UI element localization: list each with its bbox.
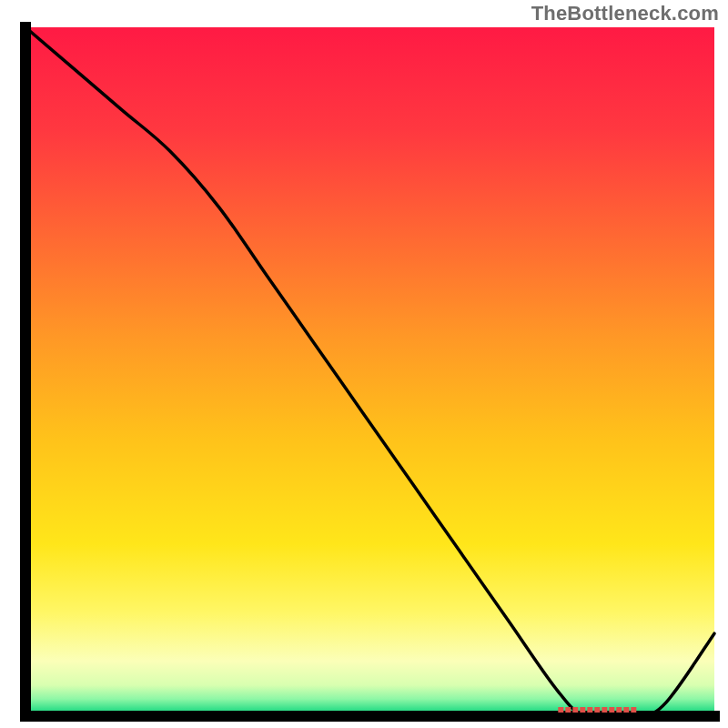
chart-stage: TheBottleneck.com [0, 0, 728, 728]
plot-background [25, 27, 714, 716]
svg-rect-10 [631, 707, 636, 713]
svg-rect-8 [616, 707, 622, 713]
svg-rect-3 [580, 707, 585, 713]
svg-rect-0 [558, 707, 563, 713]
svg-rect-5 [594, 707, 600, 713]
bottleneck-chart [0, 0, 728, 728]
svg-rect-1 [565, 707, 571, 713]
svg-rect-6 [602, 707, 607, 713]
flat-marker [558, 707, 636, 713]
svg-rect-4 [587, 707, 592, 713]
svg-rect-2 [572, 707, 578, 713]
svg-rect-7 [609, 707, 614, 713]
svg-rect-9 [623, 707, 629, 713]
